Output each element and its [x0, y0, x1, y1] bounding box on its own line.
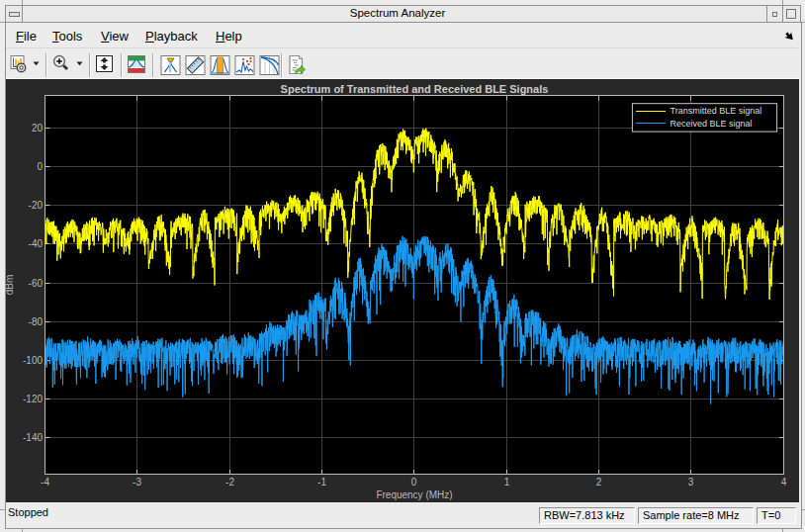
svg-text:Received BLE signal: Received BLE signal — [671, 119, 753, 129]
svg-text:0: 0 — [411, 477, 417, 488]
svg-text:-2: -2 — [225, 477, 234, 488]
svg-text:-4: -4 — [41, 477, 49, 488]
svg-text:1: 1 — [504, 477, 510, 488]
svg-text:Frequency (MHz): Frequency (MHz) — [376, 489, 452, 500]
svg-text:Transmitted BLE signal: Transmitted BLE signal — [671, 106, 762, 116]
svg-text:3: 3 — [688, 477, 694, 488]
svg-text:-140: -140 — [23, 432, 43, 443]
svg-text:20: 20 — [32, 123, 44, 133]
svg-text:-120: -120 — [23, 394, 43, 404]
svg-text:Spectrum of Transmitted and Re: Spectrum of Transmitted and Received BLE… — [281, 83, 549, 95]
svg-text:0: 0 — [37, 161, 43, 172]
svg-text:-3: -3 — [133, 477, 141, 488]
svg-text:4: 4 — [781, 477, 787, 488]
svg-text:-20: -20 — [29, 200, 44, 211]
svg-text:-1: -1 — [317, 477, 326, 488]
svg-text:2: 2 — [596, 477, 602, 488]
svg-text:-80: -80 — [29, 316, 44, 327]
svg-text:dBm: dBm — [6, 275, 15, 296]
svg-text:-100: -100 — [23, 355, 43, 366]
svg-text:-40: -40 — [29, 238, 44, 249]
svg-text:-60: -60 — [29, 278, 44, 289]
